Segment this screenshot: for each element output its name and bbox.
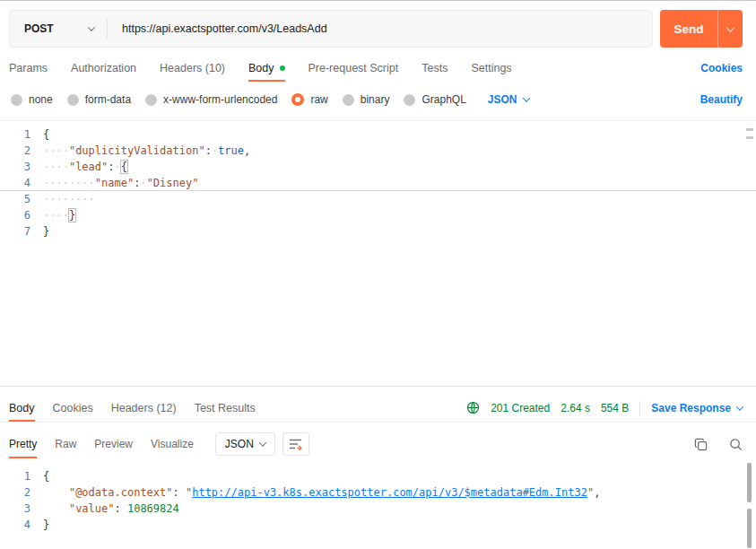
code-token: { [43, 470, 49, 483]
cookies-link[interactable]: Cookies [700, 62, 743, 74]
radio-label: binary [361, 93, 390, 106]
save-response-button[interactable]: Save Response [651, 402, 743, 414]
send-button[interactable]: Send [660, 10, 717, 48]
code-line-2[interactable]: 2····"duplicityValidation":·true, [0, 143, 756, 159]
chevron-down-icon [522, 94, 529, 101]
request-tab-body[interactable]: Body [248, 55, 285, 82]
body-type-raw[interactable]: raw [291, 93, 327, 106]
response-tool-icons [694, 430, 743, 458]
scrollbar-thumb[interactable] [747, 463, 752, 502]
chevron-down-icon [88, 23, 95, 30]
method-select[interactable]: POST [10, 11, 107, 47]
body-type-x-www-form-urlencoded[interactable]: x-www-form-urlencoded [145, 93, 277, 106]
response-body-editor[interactable]: 1{2 "@odata.context": "http://api-v3.k8s… [0, 462, 756, 549]
tab-label: Test Results [195, 402, 256, 414]
code-token: : [205, 144, 212, 157]
line-content: ········"name":·"Disney" [43, 177, 198, 189]
code-line-2[interactable]: 2 "@odata.context": "http://api-v3.k8s.e… [0, 484, 756, 501]
code-token: "value" [69, 502, 115, 515]
tab-label: Params [9, 62, 48, 74]
code-token: { [43, 128, 49, 141]
request-tab-tests[interactable]: Tests [421, 55, 448, 82]
code-token: · [212, 144, 218, 157]
body-type-graphql[interactable]: GraphQL [404, 93, 465, 106]
body-type-radios: noneform-datax-www-form-urlencodedrawbin… [11, 93, 466, 106]
raw-language-select[interactable]: JSON [488, 93, 529, 106]
response-toolbar: PrettyRawPreviewVisualize JSON [9, 430, 743, 458]
radio-icon [404, 94, 415, 106]
tab-label: Preview [94, 438, 133, 450]
annotation-mark [746, 136, 753, 139]
line-content: } [43, 518, 49, 531]
response-view-tab-pretty[interactable]: Pretty [9, 430, 37, 458]
line-content: } [43, 225, 49, 238]
response-tab-cookies[interactable]: Cookies [53, 394, 93, 422]
response-tab-test-results[interactable]: Test Results [195, 394, 256, 422]
body-type-none[interactable]: none [11, 93, 53, 106]
beautify-link[interactable]: Beautify [700, 93, 743, 106]
tab-label: Pre-request Script [308, 62, 399, 74]
code-token: "lead" [69, 161, 108, 173]
line-number: 2 [0, 484, 30, 501]
radio-label: GraphQL [421, 93, 465, 106]
line-number: 1 [0, 468, 30, 484]
request-tab-params[interactable]: Params [9, 55, 48, 82]
line-content: ····"lead":·{ [43, 161, 127, 173]
body-type-row: noneform-datax-www-form-urlencodedrawbin… [11, 87, 743, 112]
radio-icon [145, 94, 157, 106]
chevron-down-icon [736, 403, 743, 410]
copy-button[interactable] [694, 438, 708, 451]
request-tab-settings[interactable]: Settings [471, 55, 511, 82]
code-line-3[interactable]: 3 "value": 10869824 [0, 501, 756, 517]
response-view-tab-visualize[interactable]: Visualize [151, 430, 194, 458]
response-view-tab-raw[interactable]: Raw [55, 430, 76, 458]
tab-label: Visualize [151, 438, 194, 450]
chevron-down-icon [259, 439, 266, 446]
tab-label: Pretty [9, 438, 37, 450]
code-token: ········ [43, 193, 95, 205]
response-tab-body[interactable]: Body [9, 394, 35, 422]
response-url-link[interactable]: http://api-v3.k8s.exactspotter.com/api/v… [192, 486, 587, 499]
copy-icon [694, 438, 708, 451]
request-url-row: POST https://api.exactspotter.com/v3/Lea… [9, 10, 743, 48]
url-input[interactable]: https://api.exactspotter.com/v3/LeadsAdd [108, 22, 327, 35]
code-token: · [115, 161, 121, 173]
code-token: "name" [95, 177, 134, 189]
code-token: : [108, 161, 114, 173]
response-format-select[interactable]: JSON [215, 432, 275, 456]
request-tabs: ParamsAuthorizationHeaders (10)BodyPre-r… [9, 55, 512, 82]
scrollbar-thumb[interactable] [747, 509, 752, 548]
line-content: ····} [43, 209, 75, 222]
request-tab-headers-10[interactable]: Headers (10) [160, 55, 225, 82]
raw-language-label: JSON [488, 93, 517, 106]
wrap-text-button[interactable] [282, 432, 309, 456]
tab-label: Body [248, 62, 274, 74]
code-line-3[interactable]: 3····"lead":·{ [0, 159, 756, 175]
search-button[interactable] [729, 438, 743, 451]
code-line-4[interactable]: 4········"name":·"Disney" [0, 175, 756, 191]
code-line-5[interactable]: 5········ [0, 191, 756, 207]
request-body-editor[interactable]: 1{2····"duplicityValidation":·true,3····… [0, 120, 756, 387]
line-content: "@odata.context": "http://api-v3.k8s.exa… [43, 486, 600, 499]
code-token: ···· [43, 161, 69, 173]
code-line-1[interactable]: 1{ [0, 126, 756, 143]
code-token: ···· [43, 144, 69, 157]
request-tabs-row: ParamsAuthorizationHeaders (10)BodyPre-r… [9, 55, 743, 82]
request-tab-authorization[interactable]: Authorization [71, 55, 136, 82]
line-number: 2 [0, 143, 30, 159]
code-line-1[interactable]: 1{ [0, 468, 756, 484]
body-type-binary[interactable]: binary [343, 93, 390, 106]
code-line-6[interactable]: 6····} [0, 207, 756, 223]
radio-label: none [29, 93, 53, 106]
request-tab-pre-request-script[interactable]: Pre-request Script [308, 55, 399, 82]
code-line-4[interactable]: 4} [0, 517, 756, 533]
network-icon [466, 401, 480, 414]
code-line-7[interactable]: 7} [0, 223, 756, 240]
editor-annotation-marks [746, 128, 753, 139]
send-options-button[interactable] [717, 10, 743, 48]
response-tab-headers-12[interactable]: Headers (12) [111, 394, 177, 422]
response-view-tab-preview[interactable]: Preview [94, 430, 133, 458]
code-token: ···· [43, 209, 69, 222]
body-type-form-data[interactable]: form-data [67, 93, 131, 106]
line-number: 7 [0, 223, 30, 240]
